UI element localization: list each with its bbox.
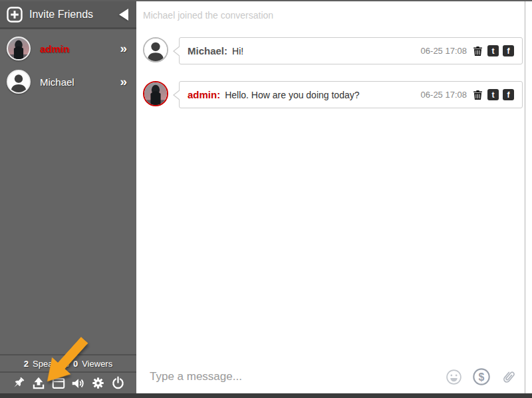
michael-avatar bbox=[7, 70, 31, 94]
facebook-icon[interactable]: f bbox=[503, 45, 514, 56]
user-row-admin[interactable]: admin » bbox=[0, 32, 136, 65]
viewers-label: Viewers bbox=[82, 359, 112, 369]
power-icon[interactable] bbox=[110, 375, 126, 391]
speakers-count: 2 bbox=[24, 359, 29, 369]
message-timestamp: 06-25 17:08 bbox=[421, 90, 467, 100]
admin-avatar bbox=[7, 37, 31, 60]
twitter-icon[interactable]: t bbox=[487, 89, 499, 100]
sidebar-toolbar bbox=[0, 373, 136, 393]
message-row-michael: Michael: Hi! 06-25 17:08 t f bbox=[136, 37, 532, 64]
invite-friends-header[interactable]: Invite Friends bbox=[0, 1, 136, 29]
message-list: Michael: Hi! 06-25 17:08 t f bbox=[136, 21, 532, 361]
message-timestamp: 06-25 17:08 bbox=[421, 46, 467, 56]
svg-text:$: $ bbox=[479, 371, 485, 383]
user-list: admin » Michael » bbox=[0, 29, 136, 98]
admin-message-avatar bbox=[143, 81, 168, 106]
message-author: Michael: bbox=[188, 45, 227, 56]
message-author: admin: bbox=[188, 89, 220, 100]
smiley-icon[interactable] bbox=[446, 369, 462, 385]
gear-icon[interactable] bbox=[90, 375, 106, 391]
message-text: Hi! bbox=[232, 46, 421, 56]
volume-icon[interactable] bbox=[70, 375, 86, 391]
message-composer: $ bbox=[136, 361, 532, 392]
join-notice: Michael joined the conversation bbox=[143, 10, 532, 21]
trash-icon[interactable] bbox=[472, 45, 483, 57]
message-text: Hello. How are you doing today? bbox=[225, 90, 420, 100]
sidebar: Invite Friends admin » Michael » bbox=[0, 1, 136, 393]
paperclip-icon[interactable] bbox=[501, 369, 517, 385]
pin-icon[interactable] bbox=[11, 375, 27, 391]
twitter-icon[interactable]: t bbox=[487, 45, 499, 56]
user-name-michael: Michael bbox=[40, 76, 120, 88]
invite-plus-icon[interactable] bbox=[7, 7, 23, 23]
message-input[interactable] bbox=[150, 370, 446, 383]
speakers-label: Speakers bbox=[33, 359, 69, 369]
chat-app-window: Invite Friends admin » Michael » bbox=[0, 0, 532, 398]
chat-main: Michael joined the conversation Michael:… bbox=[136, 1, 532, 393]
upload-icon[interactable] bbox=[31, 375, 47, 391]
expand-user-michael-icon[interactable]: » bbox=[120, 74, 127, 89]
message-bubble: Michael: Hi! 06-25 17:08 t f bbox=[179, 37, 523, 64]
user-name-admin: admin bbox=[40, 43, 120, 54]
facebook-icon[interactable]: f bbox=[503, 89, 514, 100]
expand-user-admin-icon[interactable]: » bbox=[120, 41, 127, 56]
collapse-sidebar-icon[interactable] bbox=[119, 9, 128, 21]
user-row-michael[interactable]: Michael » bbox=[0, 65, 136, 98]
trash-icon[interactable] bbox=[472, 89, 483, 101]
speakers-viewers-stats: 2 Speakers 0 Viewers bbox=[0, 354, 136, 373]
invite-friends-label: Invite Friends bbox=[29, 9, 119, 21]
michael-message-avatar bbox=[143, 37, 168, 62]
message-bubble: admin: Hello. How are you doing today? 0… bbox=[179, 81, 523, 108]
dollar-icon[interactable]: $ bbox=[472, 367, 491, 386]
viewers-count: 0 bbox=[73, 359, 78, 369]
bottom-resize-bar bbox=[0, 393, 532, 398]
message-row-admin: admin: Hello. How are you doing today? 0… bbox=[136, 81, 532, 108]
window-icon[interactable] bbox=[51, 375, 66, 391]
